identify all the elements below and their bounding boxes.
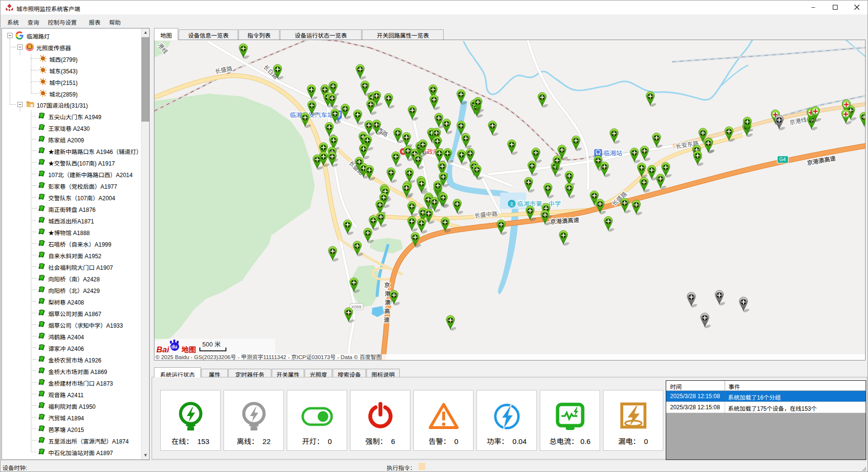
svg-text:Bai: Bai: [156, 345, 170, 354]
svg-text:临湘市第一中学: 临湘市第一中学: [517, 200, 561, 208]
svg-text:地图: 地图: [182, 346, 196, 354]
svg-text:京: 京: [384, 282, 390, 289]
svg-text:X089: X089: [351, 305, 361, 309]
svg-text:澳: 澳: [385, 299, 391, 306]
svg-text:du: du: [171, 344, 177, 349]
svg-text:G4: G4: [779, 157, 786, 162]
svg-text:© 2025 Baidu - GS(2023)3206号 -: © 2025 Baidu - GS(2023)3206号 - 甲测资字11111…: [155, 354, 382, 360]
svg-text:速: 速: [384, 317, 390, 323]
svg-text:高: 高: [384, 308, 390, 315]
svg-text:临湘站: 临湘站: [603, 150, 622, 157]
svg-text:500 米: 500 米: [202, 341, 221, 348]
svg-text:文: 文: [510, 202, 514, 207]
